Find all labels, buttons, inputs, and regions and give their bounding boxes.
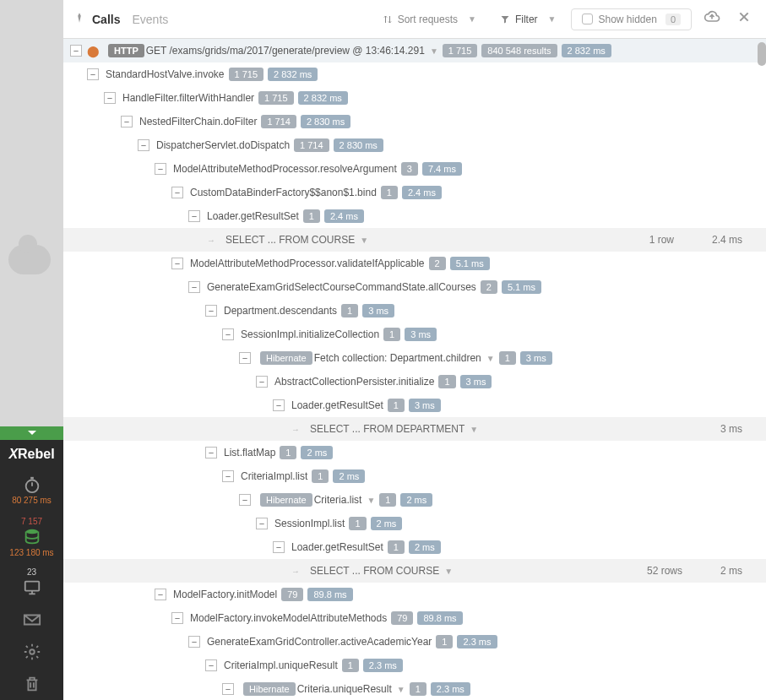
toggle-icon[interactable]: − bbox=[104, 92, 116, 104]
toggle-icon[interactable]: − bbox=[70, 45, 82, 57]
toggle-icon[interactable]: − bbox=[273, 541, 285, 553]
toggle-icon[interactable]: − bbox=[171, 612, 183, 624]
tree-row[interactable]: − NestedFilterChain.doFilter 1 714 2 830… bbox=[63, 110, 766, 133]
tree-row[interactable]: − List.flatMap 1 2 ms bbox=[63, 441, 766, 464]
toggle-icon[interactable]: − bbox=[273, 399, 285, 411]
logo: XRebel bbox=[0, 440, 63, 469]
count-badge: 1 bbox=[381, 186, 398, 199]
cloud-upload-icon[interactable] bbox=[698, 8, 725, 30]
sidebar-settings[interactable] bbox=[0, 636, 63, 668]
tab-calls[interactable]: Calls bbox=[92, 13, 120, 26]
scrollbar-thumb[interactable] bbox=[758, 42, 766, 66]
tree-row[interactable]: − CriteriaImpl.list 1 2 ms bbox=[63, 464, 766, 488]
tree-row[interactable]: − HandleFilter.filterWithHandler 1 715 2… bbox=[63, 86, 766, 110]
tree-row[interactable]: − ModelFactory.invokeModelAttributeMetho… bbox=[63, 606, 766, 630]
monitor-icon bbox=[23, 578, 41, 597]
sort-button[interactable]: Sort requests ▼ bbox=[374, 10, 485, 29]
sidebar-io[interactable]: 23 bbox=[0, 562, 63, 604]
tree-row[interactable]: − GenerateExamGridController.activeAcade… bbox=[63, 630, 766, 654]
svg-rect-1 bbox=[30, 477, 34, 480]
toggle-icon[interactable]: − bbox=[155, 163, 166, 175]
io-count: 23 bbox=[4, 567, 59, 577]
tree-row[interactable]: − Hibernate Criteria.uniqueResult ▼ 1 2.… bbox=[63, 677, 766, 700]
timer-value: 80 275 ms bbox=[4, 496, 59, 505]
toggle-icon[interactable]: − bbox=[171, 258, 183, 269]
toggle-icon[interactable]: − bbox=[87, 68, 99, 80]
tree-row[interactable]: − Loader.getResultSet 1 2.4 ms bbox=[63, 204, 766, 228]
toggle-icon[interactable]: − bbox=[121, 116, 133, 128]
time-badge: 3 ms bbox=[409, 399, 441, 412]
query-row[interactable]: → SELECT ... FROM COURSE ▼ 1 row 2.4 ms bbox=[63, 228, 766, 252]
toggle-icon[interactable]: − bbox=[138, 139, 149, 151]
collapse-button[interactable] bbox=[0, 426, 63, 440]
time-badge: 2.3 ms bbox=[431, 682, 470, 696]
count-badge: 79 bbox=[281, 588, 303, 601]
tree-row[interactable]: − SessionImpl.list 1 2 ms bbox=[63, 512, 766, 535]
count-badge: 1 bbox=[388, 540, 405, 554]
time-badge: 3 ms bbox=[405, 328, 437, 341]
count-badge: 1 bbox=[410, 682, 426, 696]
tree-row-root[interactable]: − ⬤ HTTP GET /exams/grids/ma/2017/genera… bbox=[63, 39, 766, 62]
sidebar-trash[interactable] bbox=[0, 668, 63, 700]
toggle-icon[interactable]: − bbox=[155, 589, 166, 600]
toggle-icon[interactable]: − bbox=[188, 636, 200, 648]
query-text: SELECT ... FROM COURSE bbox=[225, 234, 355, 246]
row-label: SessionImpl.list bbox=[274, 518, 345, 529]
toggle-icon[interactable]: − bbox=[222, 683, 234, 695]
chevron-down-icon: ▼ bbox=[397, 685, 405, 694]
time-badge: 5.1 ms bbox=[450, 257, 490, 270]
tree-row[interactable]: − Hibernate Fetch collection: Department… bbox=[63, 346, 766, 370]
tree-row[interactable]: − AbstractCollectionPersister.initialize… bbox=[63, 370, 766, 393]
tree-row[interactable]: − ModelAttributeMethodProcessor.resolveA… bbox=[63, 157, 766, 181]
tree-row[interactable]: − GenerateExamGridSelectCourseCommandSta… bbox=[63, 275, 766, 299]
row-label: GenerateExamGridController.activeAcademi… bbox=[207, 636, 432, 648]
tab-events[interactable]: Events bbox=[132, 13, 168, 26]
query-row[interactable]: → SELECT ... FROM COURSE ▼ 52 rows 2 ms bbox=[63, 559, 766, 583]
toggle-icon[interactable]: − bbox=[256, 376, 268, 388]
sidebar-mail[interactable] bbox=[0, 604, 63, 636]
toggle-icon[interactable]: − bbox=[222, 328, 234, 340]
sidebar-timer[interactable]: 80 275 ms bbox=[0, 469, 63, 510]
svg-point-0 bbox=[25, 480, 38, 493]
tree-row[interactable]: − Loader.getResultSet 1 3 ms bbox=[63, 393, 766, 417]
tree-row[interactable]: − DispatcherServlet.doDispatch 1 714 2 8… bbox=[63, 133, 766, 157]
chevron-down-icon: ▼ bbox=[360, 236, 368, 245]
pin-icon[interactable] bbox=[73, 12, 85, 26]
toggle-icon[interactable]: − bbox=[205, 659, 217, 671]
sidebar-database[interactable]: 7 157 123 180 ms bbox=[0, 510, 63, 562]
count-badge: 1 bbox=[388, 399, 405, 412]
tree-row[interactable]: − Hibernate Criteria.list ▼ 1 2 ms bbox=[63, 488, 766, 512]
toggle-icon[interactable]: − bbox=[188, 210, 200, 222]
tree-row[interactable]: − ModelAttributeMethodProcessor.validate… bbox=[63, 252, 766, 275]
tree-row[interactable]: − ModelFactory.initModel 79 89.8 ms bbox=[63, 583, 766, 606]
svg-point-7 bbox=[30, 649, 35, 654]
chevron-down-icon: ▼ bbox=[367, 496, 375, 505]
count-badge: 1 bbox=[341, 304, 358, 317]
show-hidden-button[interactable]: Show hidden 0 bbox=[571, 8, 692, 30]
tree-row[interactable]: − CustomDataBinderFactory$$anon$1.bind 1… bbox=[63, 181, 766, 204]
chevron-down-icon: ▼ bbox=[430, 46, 438, 56]
tree-row[interactable]: − SessionImpl.initializeCollection 1 3 m… bbox=[63, 323, 766, 346]
toggle-icon[interactable]: − bbox=[205, 305, 217, 317]
close-icon[interactable] bbox=[732, 10, 756, 28]
toggle-icon[interactable]: − bbox=[239, 352, 251, 364]
tree-row[interactable]: − CriteriaImpl.uniqueResult 1 2.3 ms bbox=[63, 654, 766, 677]
toggle-icon[interactable]: − bbox=[188, 281, 200, 293]
db-time: 123 180 ms bbox=[4, 548, 59, 557]
toggle-icon[interactable]: − bbox=[171, 187, 183, 198]
query-row[interactable]: → SELECT ... FROM DEPARTMENT ▼ 3 ms bbox=[63, 417, 766, 441]
warning-icon: ⬤ bbox=[87, 45, 100, 57]
toggle-icon[interactable]: − bbox=[256, 518, 268, 529]
tree-row[interactable]: − Department.descendants 1 3 ms bbox=[63, 299, 766, 323]
db-count: 7 157 bbox=[4, 517, 59, 526]
toggle-icon[interactable]: − bbox=[205, 447, 217, 459]
row-label: Fetch collection: Department.children bbox=[314, 352, 481, 364]
toggle-icon[interactable]: − bbox=[222, 470, 234, 482]
row-label: CustomDataBinderFactory$$anon$1.bind bbox=[190, 187, 377, 198]
tree-row[interactable]: − StandardHostValve.invoke 1 715 2 832 m… bbox=[63, 62, 766, 86]
filter-button[interactable]: Filter ▼ bbox=[492, 10, 565, 29]
tree-row[interactable]: − Loader.getResultSet 1 2 ms bbox=[63, 535, 766, 559]
svg-rect-4 bbox=[24, 582, 39, 591]
toggle-icon[interactable]: − bbox=[239, 494, 251, 506]
row-label: AbstractCollectionPersister.initialize bbox=[274, 376, 434, 388]
